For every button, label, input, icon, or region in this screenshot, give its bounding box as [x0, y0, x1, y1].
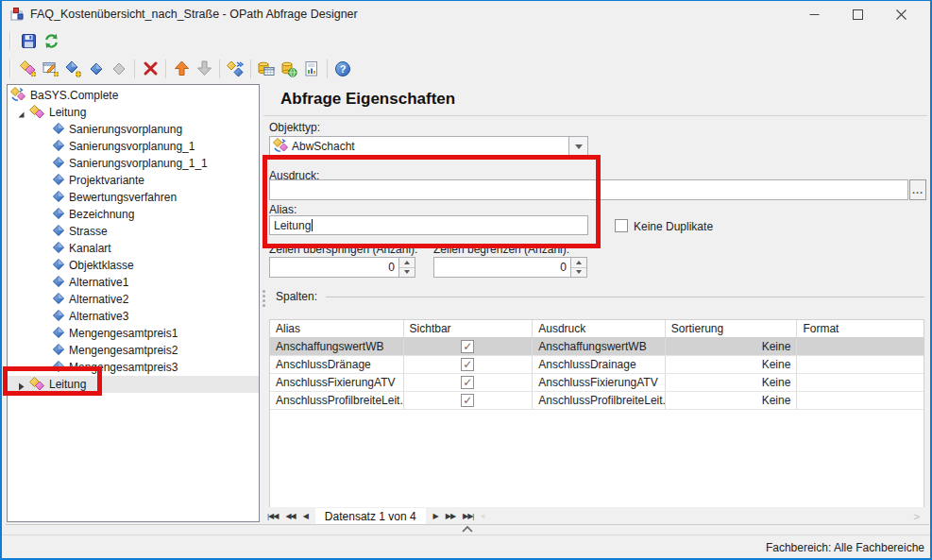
splitter-grip-icon[interactable] [263, 290, 266, 307]
toolbar-grip[interactable] [9, 31, 11, 50]
checkmark-icon[interactable]: ✓ [461, 376, 474, 389]
tree-item-objektklasse[interactable]: Objektklasse [8, 257, 259, 274]
nav-prev-page-icon[interactable]: ◀◀ [281, 512, 298, 520]
tree-item-projektvariante[interactable]: Projektvariante [8, 172, 259, 189]
nav-last-icon[interactable]: ▶▶| [459, 512, 477, 520]
sichtbar-checkbox[interactable]: ✓ [404, 338, 534, 355]
table-cell: Keine [666, 374, 798, 391]
table-cell: AnschlussProfilbreiteLeit... [270, 392, 404, 409]
tree-item-alternative2[interactable]: Alternative2 [8, 291, 259, 308]
table-row[interactable]: AnschlussProfilbreiteLeit...✓AnschlussPr… [270, 392, 924, 410]
heading-divider [263, 115, 927, 116]
tree-item-basys-complete[interactable]: BaSYS.Complete [8, 87, 259, 104]
tree-item-label: Alternative2 [69, 293, 128, 306]
zeilen-begrenzen-label: Zeilen begrenzen (Anzahl): [433, 243, 569, 256]
tree-item-sanierungsvorplanung-1[interactable]: Sanierungsvorplanung_1 [8, 138, 259, 155]
page-title: Abfrage Eigenschaften [280, 90, 455, 109]
toolbar-grip-2[interactable] [9, 59, 11, 78]
tree-item-sanierungsvorplanung-1-1[interactable]: Sanierungsvorplanung_1_1 [8, 155, 259, 172]
column-header-sichtbar[interactable]: Sichtbar [404, 320, 534, 337]
minimize-icon[interactable] [792, 1, 836, 27]
fachbereich-status: Fachbereich: Alle Fachbereiche [766, 541, 924, 554]
collapse-chevron-icon[interactable] [461, 523, 474, 532]
nav-scroll-right-icon[interactable]: > [910, 511, 923, 522]
attribute-icon[interactable] [85, 58, 108, 80]
nav-first-icon[interactable]: |◀◀ [263, 512, 281, 520]
table-cell [797, 356, 924, 373]
help-icon[interactable]: ? [331, 58, 354, 80]
tree-item-mengengesamtpreis1[interactable]: Mengengesamtpreis1 [8, 325, 259, 342]
move-up-icon[interactable] [170, 58, 193, 80]
refresh-icon[interactable] [40, 29, 62, 52]
column-header-sortierung[interactable]: Sortierung [666, 320, 798, 337]
collapsed-icon[interactable] [17, 381, 25, 389]
column-header-ausdruck[interactable]: Ausdruck [533, 320, 666, 337]
tree-item-alternative1[interactable]: Alternative1 [8, 274, 259, 291]
attribute-diamond-icon [53, 225, 64, 239]
delete-icon[interactable] [139, 58, 161, 80]
table-cell: AnschlussFixierungATV [270, 374, 404, 391]
table-cell [797, 374, 924, 391]
titlebar[interactable]: FAQ_Kostenübersicht_nach_Straße - OPath … [2, 1, 930, 27]
tree-item-mengengesamtpreis3[interactable]: Mengengesamtpreis3 [8, 359, 259, 376]
tree-item-sanierungsvorplanung[interactable]: Sanierungsvorplanung [8, 121, 259, 138]
table-header-row: AliasSichtbarAusdruckSortierungFormat [270, 320, 924, 338]
attribute-diamond-icon [53, 174, 64, 188]
sichtbar-checkbox[interactable]: ✓ [404, 374, 534, 391]
save-icon[interactable] [17, 29, 40, 52]
column-header-format[interactable]: Format [797, 320, 924, 337]
checkmark-icon[interactable]: ✓ [461, 394, 474, 407]
sichtbar-checkbox[interactable]: ✓ [404, 392, 534, 409]
tree-item-label: Bezeichnung [69, 208, 134, 221]
tree-item-strasse[interactable]: Strasse [8, 223, 259, 240]
nav-next-icon[interactable]: ▶ [430, 512, 442, 520]
chevron-down-icon[interactable] [568, 137, 587, 156]
maximize-icon[interactable] [836, 1, 879, 27]
add-attribute-icon[interactable] [62, 58, 85, 80]
column-header-alias[interactable]: Alias [270, 320, 404, 337]
zeilen-begrenzen-spinner[interactable]: 0 [433, 257, 587, 278]
close-icon[interactable] [879, 1, 923, 27]
spin-up-icon[interactable] [399, 258, 415, 268]
table-row[interactable]: AnschlussDränage✓AnschlussDrainageKeine [270, 356, 924, 374]
report-icon[interactable] [300, 58, 323, 80]
ausdruck-input[interactable] [269, 179, 908, 200]
database-globe-icon[interactable] [278, 58, 300, 80]
table-row[interactable]: AnschlussFixierungATV✓AnschlussFixierung… [270, 374, 924, 392]
spin-down-icon[interactable] [399, 268, 415, 278]
svg-text:?: ? [340, 63, 347, 75]
expanded-icon[interactable] [17, 109, 25, 117]
nav-next-page-icon[interactable]: ▶▶ [442, 512, 459, 520]
zeilen-begrenzen-value: 0 [434, 261, 570, 274]
alias-input[interactable]: Leitung [269, 215, 588, 235]
link-objects-icon[interactable] [224, 58, 246, 80]
spin-down-icon[interactable] [571, 268, 586, 278]
tree-item-kanalart[interactable]: Kanalart [8, 240, 259, 257]
table-cell [797, 338, 924, 355]
tree-item-alternative3[interactable]: Alternative3 [8, 308, 259, 325]
edit-add-icon[interactable] [40, 58, 62, 80]
tree-item-bezeichnung[interactable]: Bezeichnung [8, 206, 259, 223]
opath-abfrage-designer-window: FAQ_Kostenübersicht_nach_Straße - OPath … [0, 0, 932, 560]
spin-up-icon[interactable] [571, 258, 586, 268]
tree-item-bewertungsverfahren[interactable]: Bewertungsverfahren [8, 189, 259, 206]
sichtbar-checkbox[interactable]: ✓ [404, 356, 534, 373]
tree-item-leitung[interactable]: Leitung [8, 376, 259, 393]
ausdruck-browse-button[interactable]: ... [909, 179, 926, 200]
checkmark-icon[interactable]: ✓ [461, 358, 474, 371]
tree-item-leitung[interactable]: Leitung [8, 104, 259, 121]
add-objecttype-icon[interactable] [17, 58, 40, 80]
spalten-table[interactable]: AliasSichtbarAusdruckSortierungFormatAns… [269, 319, 924, 507]
copy-table-icon[interactable] [255, 58, 278, 80]
tree-item-mengengesamtpreis2[interactable]: Mengengesamtpreis2 [8, 342, 259, 359]
status-bar: Fachbereich: Alle Fachbereiche [2, 535, 932, 559]
zeilen-ueberspringen-spinner[interactable]: 0 [269, 257, 415, 278]
nav-prev-icon[interactable]: ◀ [299, 512, 312, 520]
objekttyp-combobox[interactable]: AbwSchacht [269, 136, 588, 157]
keine-duplikate-checkbox[interactable] [615, 219, 628, 232]
nav-scroll-left-icon[interactable]: < [477, 512, 488, 520]
object-tree[interactable]: BaSYS.CompleteLeitungSanierungsvorplanun… [7, 84, 260, 522]
tree-item-label: Alternative3 [69, 310, 128, 323]
table-row[interactable]: AnschaffungswertWB✓AnschaffungswertWBKei… [270, 338, 924, 356]
checkmark-icon[interactable]: ✓ [461, 340, 474, 353]
